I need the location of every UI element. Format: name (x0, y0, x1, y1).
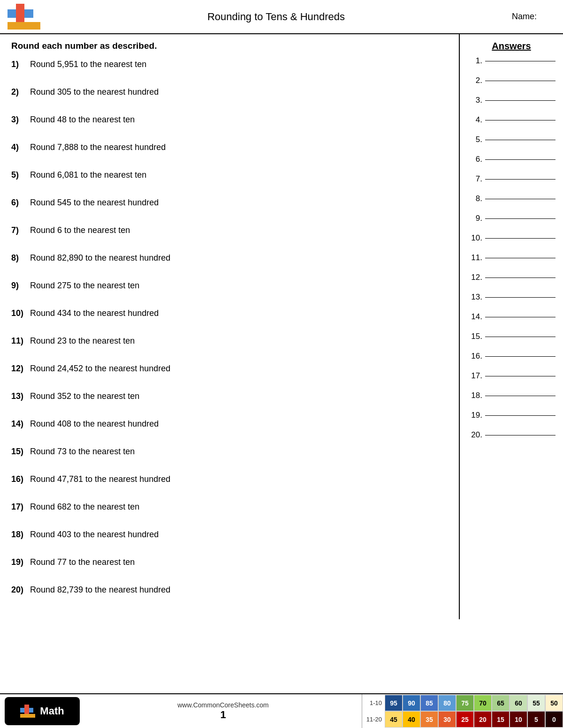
question-item-4: 4) Round 7,888 to the nearest hundred (11, 143, 448, 152)
answer-number: 7. (467, 174, 482, 184)
answer-row-15: 15. (467, 332, 555, 341)
answer-number: 11. (467, 253, 482, 263)
question-item-11: 11) Round 23 to the nearest ten (11, 336, 448, 346)
question-item-15: 15) Round 73 to the nearest ten (11, 447, 448, 457)
answer-row-18: 18. (467, 391, 555, 400)
answer-row-5: 5. (467, 135, 555, 144)
answer-line[interactable] (485, 159, 555, 160)
answer-line[interactable] (485, 415, 555, 416)
answer-line[interactable] (485, 376, 555, 376)
answer-number: 4. (467, 115, 482, 125)
question-item-16: 16) Round 47,781 to the nearest hundred (11, 474, 448, 484)
answer-row-12: 12. (467, 273, 555, 282)
answer-line[interactable] (485, 100, 555, 101)
answer-line[interactable] (485, 61, 555, 61)
answer-row-8: 8. (467, 194, 555, 203)
answer-number: 6. (467, 155, 482, 164)
question-number: 15) (11, 447, 30, 457)
question-text: Round 275 to the nearest ten (30, 281, 448, 291)
footer-logo-base (20, 714, 35, 718)
answer-number: 19. (467, 411, 482, 420)
answer-line[interactable] (485, 199, 555, 199)
answer-number: 3. (467, 96, 482, 105)
answer-line[interactable] (485, 435, 555, 435)
question-text: Round 352 to the nearest ten (30, 391, 448, 401)
question-number: 13) (11, 391, 30, 401)
answers-section: Answers 1. 2. 3. 4. 5. 6. 7. 8. 9 (460, 34, 563, 619)
question-item-10: 10) Round 434 to the nearest hundred (11, 308, 448, 318)
question-number: 6) (11, 198, 30, 208)
score-cell: 30 (438, 711, 456, 728)
answer-number: 8. (467, 194, 482, 203)
score-cell: 85 (420, 695, 438, 711)
answer-number: 20. (467, 430, 482, 440)
question-text: Round 23 to the nearest ten (30, 336, 448, 346)
question-item-7: 7) Round 6 to the nearest ten (11, 225, 448, 235)
answer-row-7: 7. (467, 174, 555, 184)
score-cell: 15 (492, 711, 510, 728)
worksheet-title: Rounding to Tens & Hundreds (40, 11, 512, 23)
answer-row-20: 20. (467, 430, 555, 440)
question-item-5: 5) Round 6,081 to the nearest ten (11, 170, 448, 180)
score-cell: 25 (456, 711, 474, 728)
question-item-6: 6) Round 545 to the nearest hundred (11, 198, 448, 208)
page-footer: Math www.CommonCoreSheets.com 1 1-109590… (0, 693, 563, 728)
question-text: Round 682 to the nearest ten (30, 502, 448, 512)
question-number: 10) (11, 308, 30, 318)
answer-number: 9. (467, 214, 482, 223)
answer-number: 14. (467, 312, 482, 322)
answer-line[interactable] (485, 356, 555, 357)
question-number: 11) (11, 336, 30, 346)
answer-number: 12. (467, 273, 482, 282)
footer-page: 1 (220, 709, 226, 721)
score-row-2: 11-20454035302520151050 (362, 711, 563, 728)
answer-line[interactable] (485, 81, 555, 81)
logo (8, 4, 40, 30)
question-text: Round 6 to the nearest ten (30, 225, 448, 235)
question-text: Round 82,890 to the nearest hundred (30, 253, 448, 263)
answer-line[interactable] (485, 317, 555, 317)
answer-row-13: 13. (467, 293, 555, 302)
question-number: 20) (11, 585, 30, 595)
answer-number: 15. (467, 332, 482, 341)
answer-row-1: 1. (467, 56, 555, 66)
answer-line[interactable] (485, 238, 555, 239)
question-number: 7) (11, 225, 30, 235)
question-number: 8) (11, 253, 30, 263)
answer-number: 1. (467, 56, 482, 66)
footer-url: www.CommonCoreSheets.com (177, 701, 269, 709)
answer-line[interactable] (485, 218, 555, 219)
score-row-1: 1-1095908580757065605550 (362, 695, 563, 711)
answer-line[interactable] (485, 179, 555, 180)
answer-row-9: 9. (467, 214, 555, 223)
answer-row-19: 19. (467, 411, 555, 420)
answer-line[interactable] (485, 337, 555, 337)
logo-vertical-bar (16, 4, 24, 23)
answer-row-4: 4. (467, 115, 555, 125)
question-text: Round 5,951 to the nearest ten (30, 60, 448, 69)
question-item-3: 3) Round 48 to the nearest ten (11, 115, 448, 125)
answer-line[interactable] (485, 258, 555, 258)
answer-line[interactable] (485, 140, 555, 140)
footer-scores: 1-109590858075706560555011-2045403530252… (362, 694, 563, 728)
question-text: Round 6,081 to the nearest ten (30, 170, 448, 180)
score-cell: 60 (510, 695, 527, 711)
name-label: Name: (512, 12, 537, 22)
question-text: Round 82,739 to the nearest hundred (30, 585, 448, 595)
question-number: 16) (11, 474, 30, 484)
answer-line[interactable] (485, 396, 555, 396)
footer-math-label: Math (40, 705, 64, 717)
answer-line[interactable] (485, 120, 555, 120)
answer-line[interactable] (485, 278, 555, 278)
question-text: Round 47,781 to the nearest hundred (30, 474, 448, 484)
score-label: 11-20 (362, 716, 385, 723)
logo-base-bar (8, 22, 40, 30)
answer-line[interactable] (485, 297, 555, 298)
score-cell: 10 (510, 711, 527, 728)
question-item-19: 19) Round 77 to the nearest ten (11, 557, 448, 567)
footer-center: www.CommonCoreSheets.com 1 (84, 694, 362, 728)
answer-number: 2. (467, 76, 482, 85)
question-number: 2) (11, 87, 30, 97)
answer-number: 16. (467, 352, 482, 361)
question-item-9: 9) Round 275 to the nearest ten (11, 281, 448, 291)
